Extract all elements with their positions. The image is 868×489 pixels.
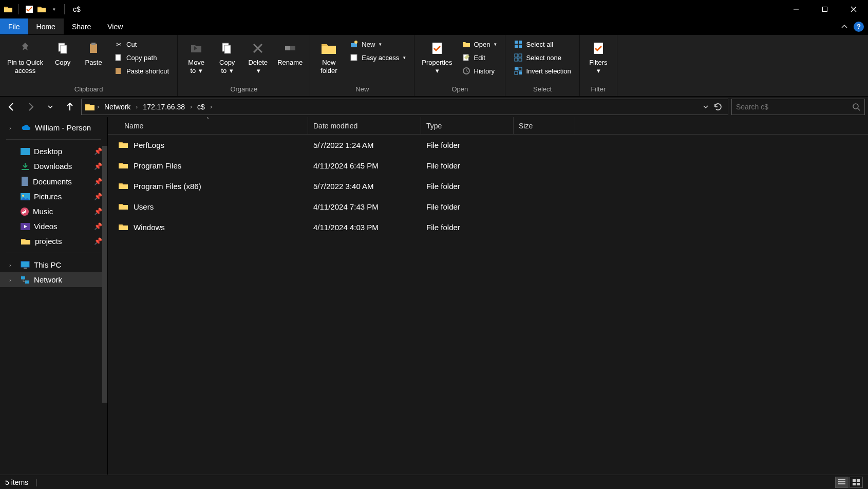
column-type[interactable]: Type (421, 117, 514, 134)
new-item-button[interactable]: New▾ (346, 38, 409, 50)
filters-button[interactable]: Filters▾ (583, 37, 614, 77)
file-date: 4/11/2024 6:45 PM (308, 161, 421, 170)
network-icon (21, 276, 30, 284)
minimize-button[interactable] (782, 0, 810, 18)
folder-icon (118, 202, 128, 211)
crumb-host[interactable]: 172.17.66.38 (140, 99, 188, 115)
nav-this-pc[interactable]: › This PC (0, 257, 107, 272)
qat-newfolder-icon[interactable] (36, 4, 47, 14)
chevron-right-icon[interactable]: › (136, 103, 138, 110)
file-date: 5/7/2022 1:24 AM (308, 141, 421, 149)
tab-view[interactable]: View (99, 18, 131, 34)
address-bar[interactable]: › Network › 172.17.66.38 › c$ › (81, 99, 728, 115)
file-date: 4/11/2024 7:43 PM (308, 202, 421, 211)
column-name[interactable]: ˄ Name (108, 117, 308, 134)
chevron-right-icon[interactable]: › (190, 103, 192, 110)
pin-icon: 📌 (94, 237, 102, 245)
qat-dropdown-icon[interactable]: ▾ (49, 4, 59, 14)
properties-button[interactable]: Properties▾ (418, 37, 456, 77)
chevron-right-icon[interactable]: › (9, 125, 16, 131)
copy-path-button[interactable]: Copy path (111, 51, 172, 64)
svg-point-31 (853, 104, 858, 109)
ribbon-group-select: Select all Select none Invert selection … (505, 35, 579, 96)
help-icon[interactable]: ? (854, 22, 864, 32)
select-none-button[interactable]: Select none (511, 51, 574, 64)
svg-rect-18 (515, 41, 518, 44)
rename-button[interactable]: Rename (273, 37, 307, 69)
chevron-right-icon[interactable]: › (97, 103, 99, 110)
tab-home[interactable]: Home (28, 18, 64, 34)
search-box[interactable] (731, 99, 865, 115)
svg-rect-26 (515, 67, 518, 70)
nav-pictures[interactable]: Pictures 📌 (0, 189, 107, 204)
tab-file[interactable]: File (0, 18, 28, 34)
nav-scrollbar[interactable] (102, 146, 107, 403)
cut-button[interactable]: ✂ Cut (111, 38, 172, 50)
move-to-button[interactable]: Move to ▾ (181, 37, 212, 77)
nav-projects[interactable]: projects 📌 (0, 234, 107, 249)
file-row[interactable]: Users4/11/2024 7:43 PMFile folder (108, 196, 868, 217)
crumb-share[interactable]: c$ (194, 99, 208, 115)
maximize-button[interactable] (810, 0, 839, 18)
back-button[interactable] (3, 99, 20, 115)
view-details-button[interactable] (835, 477, 848, 488)
collapse-ribbon-icon[interactable] (840, 23, 848, 31)
tab-share[interactable]: Share (64, 18, 99, 34)
search-icon[interactable] (852, 103, 860, 111)
qat-properties-icon[interactable] (24, 4, 34, 14)
file-type: File folder (421, 141, 514, 149)
ribbon-group-organize: Move to ▾ Copy to ▾ Delete▾ Rename (178, 35, 310, 96)
address-bar-row: › Network › 172.17.66.38 › c$ › (0, 97, 868, 117)
pin-icon (16, 39, 34, 58)
chevron-right-icon[interactable]: › (9, 277, 16, 283)
easy-access-button[interactable]: Easy access▾ (346, 51, 409, 64)
svg-rect-44 (857, 479, 860, 482)
file-row[interactable]: Program Files (x86)5/7/2022 3:40 AMFile … (108, 176, 868, 196)
pin-to-quick-access-button[interactable]: Pin to Quick access (3, 37, 47, 77)
svg-rect-6 (116, 54, 121, 61)
nav-downloads[interactable]: Downloads 📌 (0, 159, 107, 174)
chevron-right-icon[interactable]: › (210, 103, 212, 110)
svg-rect-27 (519, 67, 522, 70)
forward-button[interactable] (23, 99, 39, 115)
paste-button[interactable]: Paste (78, 37, 109, 69)
nav-network[interactable]: › Network (0, 272, 107, 287)
crumb-network[interactable]: Network (101, 99, 134, 115)
nav-desktop[interactable]: Desktop 📌 (0, 144, 107, 159)
history-button[interactable]: History (459, 65, 500, 77)
svg-rect-21 (519, 45, 522, 48)
copy-button[interactable]: Copy (47, 37, 78, 69)
view-thumbnails-button[interactable] (850, 477, 863, 488)
pin-icon: 📌 (94, 222, 102, 230)
chevron-right-icon[interactable]: › (9, 262, 16, 268)
documents-icon (21, 177, 29, 186)
address-dropdown-icon[interactable] (702, 103, 709, 110)
paste-shortcut-button[interactable]: Paste shortcut (111, 65, 172, 77)
nav-documents[interactable]: Documents 📌 (0, 174, 107, 189)
file-type: File folder (421, 202, 514, 211)
file-row[interactable]: PerfLogs5/7/2022 1:24 AMFile folder (108, 135, 868, 155)
delete-button[interactable]: Delete▾ (242, 37, 273, 77)
select-all-button[interactable]: Select all (511, 38, 574, 50)
edit-button[interactable]: Edit (459, 51, 500, 64)
title-bar: ▾ c$ (0, 0, 868, 18)
invert-selection-button[interactable]: Invert selection (511, 65, 574, 77)
column-size[interactable]: Size (514, 117, 575, 134)
column-date[interactable]: Date modified (308, 117, 421, 134)
recent-locations-button[interactable] (42, 99, 59, 115)
svg-rect-14 (351, 54, 357, 61)
nav-music[interactable]: Music 📌 (0, 204, 107, 219)
refresh-button[interactable] (713, 102, 723, 111)
nav-videos[interactable]: Videos 📌 (0, 219, 107, 234)
new-folder-button[interactable]: New folder (313, 37, 344, 77)
close-button[interactable] (839, 0, 868, 18)
copy-to-button[interactable]: Copy to ▾ (212, 37, 242, 77)
up-button[interactable] (62, 99, 78, 115)
file-row[interactable]: Windows4/11/2024 4:03 PMFile folder (108, 217, 868, 237)
nav-user[interactable]: › William - Person (0, 120, 107, 135)
open-button[interactable]: Open▾ (459, 38, 500, 50)
file-row[interactable]: Program Files4/11/2024 6:45 PMFile folde… (108, 155, 868, 176)
search-input[interactable] (736, 103, 852, 111)
pin-icon: 📌 (94, 193, 102, 200)
navigation-pane[interactable]: › William - Person Desktop 📌 Downloads 📌… (0, 117, 108, 475)
